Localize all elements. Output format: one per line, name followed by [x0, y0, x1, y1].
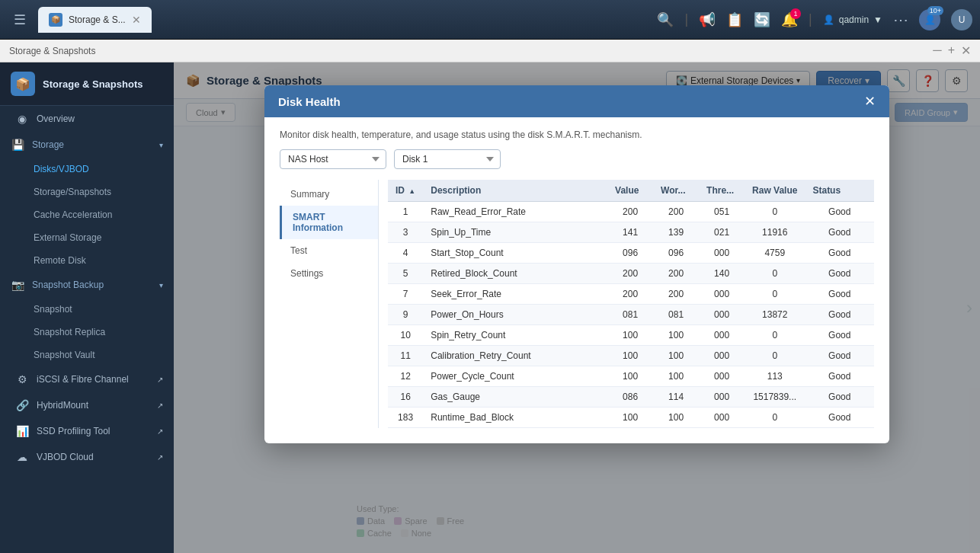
sidebar-item-storage[interactable]: 💾 Storage ▾ — [0, 132, 174, 158]
user-dropdown-icon: ▼ — [873, 14, 882, 25]
more-options-icon[interactable]: ⋯ — [893, 11, 908, 29]
table-row: 16 Gas_Gauge 086 114 000 1517839... Good — [388, 387, 874, 408]
cell-worst: 200 — [653, 284, 699, 305]
user-avatar-2[interactable]: U — [951, 9, 972, 30]
cell-threshold: 000 — [699, 408, 745, 428]
minimize-button[interactable]: ─ — [933, 43, 941, 58]
col-raw-value: Raw Value — [745, 180, 805, 202]
sidebar-item-vjbod-cloud[interactable]: ☁ VJBOD Cloud ↗ — [0, 444, 174, 470]
cell-raw-value: 0 — [745, 325, 805, 346]
modal-overlay: Disk Health ✕ Monitor disk health, tempe… — [174, 62, 980, 553]
tasks-icon[interactable]: 🔄 — [754, 11, 770, 28]
snapshot-backup-chevron-icon: ▾ — [159, 281, 163, 289]
vjbod-cloud-icon: ☁ — [15, 451, 29, 463]
notifications-icon[interactable]: 🔔 1 — [781, 11, 798, 28]
nav-item-summary[interactable]: Summary — [280, 183, 378, 206]
app-tab[interactable]: 📦 Storage & S... ✕ — [38, 7, 152, 33]
tab-close-button[interactable]: ✕ — [132, 14, 141, 26]
cell-id: 1 — [388, 202, 423, 222]
sort-icon: ▲ — [408, 187, 415, 195]
nas-host-select[interactable]: NAS Host — [280, 149, 386, 169]
taskbar: ☰ 📦 Storage & S... ✕ 🔍 | 📢 📋 🔄 🔔 1 | 👤 q… — [0, 0, 980, 40]
cell-worst: 139 — [653, 222, 699, 243]
separator2: | — [809, 11, 812, 27]
disk-health-modal: Disk Health ✕ Monitor disk health, tempe… — [264, 85, 889, 443]
content-area: 📦 Storage & Snapshots 💽 External Storage… — [174, 62, 980, 553]
modal-close-button[interactable]: ✕ — [864, 94, 876, 108]
nav-item-smart-info[interactable]: SMART Information — [280, 206, 378, 239]
cell-status: Good — [805, 284, 874, 305]
cell-status: Good — [805, 325, 874, 346]
modal-nav: Summary SMART Information Test Settings — [280, 180, 379, 428]
col-id[interactable]: ID ▲ — [388, 180, 423, 202]
cell-id: 10 — [388, 325, 423, 346]
storage-icon: 💾 — [11, 139, 24, 151]
cell-id: 183 — [388, 408, 423, 428]
cell-value: 100 — [607, 346, 653, 366]
cell-worst: 081 — [653, 305, 699, 325]
cell-worst: 100 — [653, 366, 699, 387]
sidebar-item-hybridmount[interactable]: 🔗 HybridMount ↗ — [0, 392, 174, 418]
username-label: qadmin — [839, 14, 869, 25]
sidebar-app-title: Storage & Snapshots — [43, 78, 143, 90]
sidebar-label-disks: Disks/VJBOD — [34, 164, 89, 174]
disk-select[interactable]: Disk 1 — [394, 149, 501, 169]
sidebar-item-snapshot[interactable]: Snapshot — [0, 298, 174, 321]
sidebar-app-header: 📦 Storage & Snapshots — [0, 62, 174, 106]
sidebar-label-snapshot: Snapshot — [34, 304, 72, 315]
sidebar-item-remote-disk[interactable]: Remote Disk — [0, 249, 174, 272]
col-threshold: Thre... — [699, 180, 745, 202]
search-icon[interactable]: 🔍 — [657, 11, 674, 28]
cell-status: Good — [805, 387, 874, 408]
sidebar-label-external: External Storage — [34, 232, 101, 243]
sidebar-item-snapshot-replica[interactable]: Snapshot Replica — [0, 321, 174, 344]
col-worst: Wor... — [653, 180, 699, 202]
user-menu[interactable]: 👤 qadmin ▼ — [823, 14, 882, 25]
nav-item-settings[interactable]: Settings — [280, 262, 378, 285]
cell-description: Retired_Block_Count — [423, 264, 607, 284]
cell-id: 3 — [388, 222, 423, 243]
table-header: ID ▲ Description Value Wor... Thre... Ra… — [388, 180, 874, 202]
cell-value: 100 — [607, 325, 653, 346]
sidebar-item-snapshot-backup[interactable]: 📷 Snapshot Backup ▾ — [0, 272, 174, 298]
sidebar-item-storage-snapshots[interactable]: Storage/Snapshots — [0, 181, 174, 203]
user-badge-area[interactable]: 👤 10+ — [919, 9, 940, 30]
sidebar-item-external-storage[interactable]: External Storage — [0, 226, 174, 249]
sidebar-item-cache-acceleration[interactable]: Cache Acceleration — [0, 203, 174, 226]
modal-header: Disk Health ✕ — [264, 85, 889, 117]
table-row: 5 Retired_Block_Count 200 200 140 0 Good — [388, 264, 874, 284]
cell-value: 141 — [607, 222, 653, 243]
sidebar-item-disks-vjbod[interactable]: Disks/VJBOD — [0, 158, 174, 181]
sidebar-item-snapshot-vault[interactable]: Snapshot Vault — [0, 344, 174, 366]
sidebar-label-snapshot-replica: Snapshot Replica — [34, 327, 105, 337]
cell-threshold: 000 — [699, 325, 745, 346]
sidebar: 📦 Storage & Snapshots ◉ Overview 💾 Stora… — [0, 62, 174, 553]
table-row: 10 Spin_Retry_Count 100 100 000 0 Good — [388, 325, 874, 346]
cell-value: 200 — [607, 284, 653, 305]
sidebar-item-iscsi-fibre[interactable]: ⚙ iSCSI & Fibre Channel ↗ — [0, 366, 174, 392]
cell-value: 081 — [607, 305, 653, 325]
storage-chevron-icon: ▾ — [159, 141, 163, 149]
cell-status: Good — [805, 243, 874, 264]
cell-raw-value: 4759 — [745, 243, 805, 264]
hybridmount-icon: 🔗 — [15, 399, 29, 411]
files-icon[interactable]: 📋 — [726, 11, 743, 28]
modal-description: Monitor disk health, temperature, and us… — [280, 129, 874, 140]
cell-raw-value: 0 — [745, 264, 805, 284]
nav-item-test[interactable]: Test — [280, 239, 378, 262]
cell-status: Good — [805, 264, 874, 284]
cell-worst: 100 — [653, 325, 699, 346]
sidebar-item-overview[interactable]: ◉ Overview — [0, 106, 174, 132]
close-button[interactable]: ✕ — [961, 43, 971, 58]
cell-id: 9 — [388, 305, 423, 325]
cell-threshold: 000 — [699, 366, 745, 387]
ssd-icon: 📊 — [15, 425, 29, 437]
hamburger-menu-icon[interactable]: ☰ — [8, 5, 32, 34]
cell-raw-value: 1517839... — [745, 387, 805, 408]
sidebar-item-ssd-profiling[interactable]: 📊 SSD Profiling Tool ↗ — [0, 418, 174, 444]
cell-id: 12 — [388, 366, 423, 387]
maximize-button[interactable]: + — [948, 43, 955, 58]
broadcast-icon[interactable]: 📢 — [699, 11, 716, 28]
table-row: 9 Power_On_Hours 081 081 000 13872 Good — [388, 305, 874, 325]
cell-raw-value: 13872 — [745, 305, 805, 325]
